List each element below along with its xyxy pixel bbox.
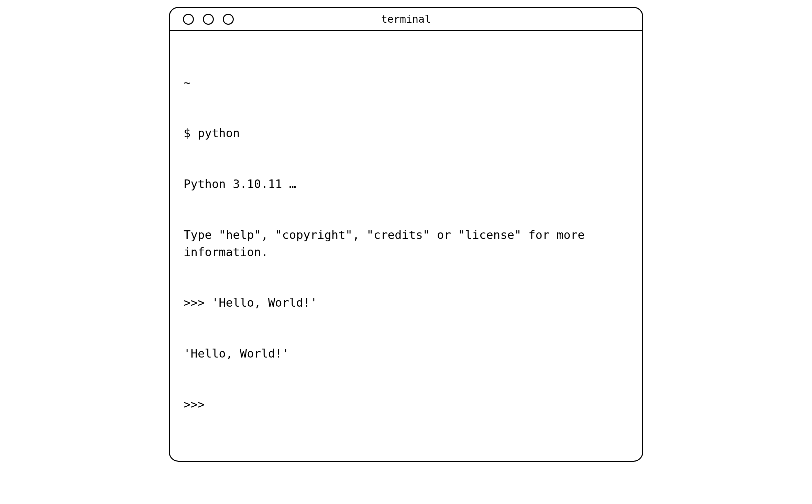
window-title: terminal <box>381 13 431 25</box>
traffic-lights <box>183 14 234 25</box>
terminal-line: >>> <box>184 396 628 413</box>
terminal-line: 'Hello, World!' <box>184 345 628 362</box>
terminal-line: $ python <box>184 125 628 142</box>
terminal-line: Type "help", "copyright", "credits" or "… <box>184 227 628 261</box>
minimize-icon[interactable] <box>203 14 214 25</box>
terminal-line: Python 3.10.11 … <box>184 176 628 193</box>
titlebar: terminal <box>170 8 642 31</box>
terminal-window: terminal ~ $ python Python 3.10.11 … Typ… <box>169 7 643 462</box>
terminal-line: >>> 'Hello, World!' <box>184 294 628 311</box>
terminal-line: ~ <box>184 74 628 91</box>
terminal-body[interactable]: ~ $ python Python 3.10.11 … Type "help",… <box>170 31 642 461</box>
maximize-icon[interactable] <box>223 14 234 25</box>
close-icon[interactable] <box>183 14 194 25</box>
